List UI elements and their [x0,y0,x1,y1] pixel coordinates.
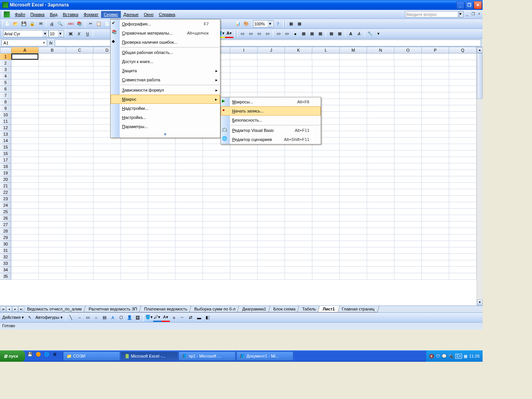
row-header-18[interactable]: 18 [0,163,11,170]
cell[interactable] [449,273,477,280]
cell[interactable] [148,215,176,222]
cell[interactable] [340,144,367,150]
cell[interactable] [367,144,394,150]
cell[interactable] [230,150,258,157]
cell[interactable] [66,209,93,215]
cell[interactable] [422,150,449,157]
cell[interactable] [39,196,66,202]
sheet-tab[interactable]: Выборка сумм по б-л [189,306,240,312]
cell[interactable] [449,92,477,99]
clock[interactable]: 11:26 [469,354,480,358]
shadow-icon[interactable]: ▬ [195,314,203,322]
tray-icon[interactable]: 💬 [442,354,447,359]
toolbar-handle[interactable] [1,11,2,18]
cell[interactable] [449,138,477,144]
cell[interactable] [258,196,285,202]
cell[interactable] [93,273,121,280]
tb-icon[interactable]: 🔧 [366,30,374,38]
row-header-20[interactable]: 20 [0,176,11,183]
cell[interactable] [230,183,258,189]
cell[interactable] [422,170,449,176]
cell[interactable] [285,170,312,176]
cell[interactable] [367,228,394,234]
cell[interactable] [312,267,340,273]
tb-icon[interactable]: ▭ [283,30,291,38]
tb-icon[interactable]: ▭ [255,30,263,38]
cell[interactable] [11,196,39,202]
menu-item[interactable]: ●Начать запись... [221,106,321,116]
cell[interactable] [39,209,66,215]
menu-window[interactable]: Окно [141,11,157,18]
cell[interactable] [39,105,66,112]
cell[interactable] [340,202,367,209]
cell[interactable] [340,267,367,273]
cell[interactable] [176,254,203,260]
cell[interactable] [367,254,394,260]
row-header-22[interactable]: 22 [0,189,11,196]
row-header-29[interactable]: 29 [0,234,11,241]
zoom-combo[interactable]: 100%▾ [253,20,274,27]
col-header-A[interactable]: A [11,47,39,54]
cell[interactable] [203,234,230,241]
cell[interactable] [148,189,176,196]
cell[interactable] [312,176,340,183]
cell[interactable] [449,228,477,234]
cell[interactable] [39,260,66,267]
cell[interactable] [449,260,477,267]
cell[interactable] [121,215,148,222]
tb-icon[interactable]: ▦ [327,30,336,38]
cell[interactable] [176,247,203,254]
cell[interactable] [39,112,66,118]
cell[interactable] [285,189,312,196]
cell[interactable] [285,209,312,215]
cell[interactable] [230,163,258,170]
cell[interactable] [203,273,230,280]
cell[interactable] [11,170,39,176]
cell[interactable] [176,183,203,189]
cell[interactable] [394,267,422,273]
cell[interactable] [66,66,93,73]
cell[interactable] [66,163,93,170]
cell[interactable] [367,222,394,228]
cell[interactable] [11,215,39,222]
cell[interactable] [449,222,477,228]
cell[interactable] [449,209,477,215]
cell[interactable] [394,273,422,280]
tray-icon[interactable]: 🛡 [436,354,440,358]
cell[interactable] [367,79,394,86]
cell[interactable] [121,202,148,209]
cell[interactable] [121,157,148,163]
cell[interactable] [39,131,66,138]
cell[interactable] [340,222,367,228]
cell[interactable] [285,222,312,228]
cell[interactable] [422,79,449,86]
cell[interactable] [422,260,449,267]
italic-icon[interactable]: К [75,30,83,38]
cell[interactable] [394,54,421,60]
cell[interactable] [257,54,285,60]
col-header-C[interactable]: C [66,47,93,54]
research-icon[interactable]: 📚 [75,20,84,28]
cell[interactable] [258,163,285,170]
cell[interactable] [39,157,66,163]
row-header-7[interactable]: 7 [0,92,11,99]
cell[interactable] [203,144,230,150]
cell[interactable] [367,247,394,254]
cell[interactable] [449,118,477,125]
row-header-15[interactable]: 15 [0,144,11,150]
menu-item[interactable]: Настройка... [111,113,220,122]
cell[interactable] [449,99,477,105]
select-arrow-icon[interactable]: ↖ [25,314,34,322]
drawing-icon[interactable]: 🎨 [242,20,250,28]
cell[interactable] [39,183,66,189]
cell[interactable] [11,260,39,267]
col-header-K[interactable]: K [285,47,312,54]
cell[interactable] [148,222,176,228]
cell[interactable] [176,209,203,215]
font-combo[interactable]: Arial Cyr▾ [3,30,49,37]
menu-item[interactable]: Безопасность... [221,116,321,125]
cell[interactable] [176,196,203,202]
cell[interactable] [312,86,340,92]
row-header-33[interactable]: 33 [0,260,11,267]
taskbar-button[interactable]: 📘Документ1 - Mi... [236,352,293,361]
